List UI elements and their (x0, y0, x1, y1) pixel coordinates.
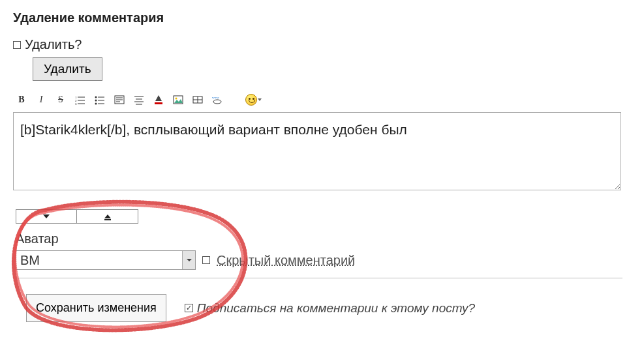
svg-point-6 (95, 96, 97, 98)
hidden-comment-label[interactable]: Скрытый комментарий (217, 253, 355, 268)
comment-textarea[interactable] (13, 112, 621, 190)
table-icon[interactable] (192, 95, 204, 105)
delete-question-label: Удалить? (25, 37, 82, 52)
sort-up-button[interactable] (77, 209, 138, 224)
avatar-selected-value: ВМ (16, 253, 182, 268)
triangle-down-icon (43, 214, 50, 218)
strike-icon[interactable]: S (55, 95, 67, 105)
svg-text:www: www (212, 96, 219, 99)
subscribe-checkbox[interactable]: ✓ (185, 304, 193, 312)
svg-text:3: 3 (75, 102, 77, 105)
link-icon[interactable]: www (211, 95, 223, 105)
chevron-down-icon (187, 259, 192, 261)
color-icon[interactable] (153, 95, 164, 105)
editor-toolbar: B I S 123 www (13, 93, 631, 112)
divider (16, 278, 622, 278)
sort-arrows (16, 209, 631, 224)
subscribe-label: Подписаться на комментарии к этому посту… (197, 301, 475, 316)
hidden-comment-checkbox[interactable] (202, 256, 210, 264)
italic-icon[interactable]: I (35, 95, 47, 105)
avatar-label: Аватар (16, 231, 631, 246)
bold-icon[interactable]: B (16, 95, 27, 105)
page-title: Удаление комментария (13, 10, 631, 25)
smiley-icon[interactable] (245, 94, 262, 106)
eject-icon (104, 214, 111, 218)
delete-button[interactable]: Удалить (33, 57, 102, 81)
unordered-list-icon[interactable] (94, 95, 106, 105)
chevron-down-icon (258, 98, 262, 101)
delete-question-row: Удалить? (13, 37, 631, 52)
ordered-list-icon[interactable]: 123 (74, 95, 86, 105)
svg-point-10 (95, 103, 97, 105)
svg-point-8 (95, 100, 97, 102)
align-icon[interactable] (133, 95, 145, 105)
svg-point-27 (213, 100, 221, 104)
image-icon[interactable] (172, 95, 184, 105)
svg-point-22 (176, 98, 177, 100)
quote-icon[interactable] (114, 95, 125, 105)
save-button[interactable]: Сохранить изменения (26, 294, 166, 322)
select-dropdown-button[interactable] (182, 251, 195, 269)
delete-checkbox[interactable] (13, 41, 21, 49)
svg-rect-20 (155, 102, 162, 104)
avatar-select[interactable]: ВМ (16, 250, 196, 270)
sort-down-button[interactable] (16, 209, 77, 224)
